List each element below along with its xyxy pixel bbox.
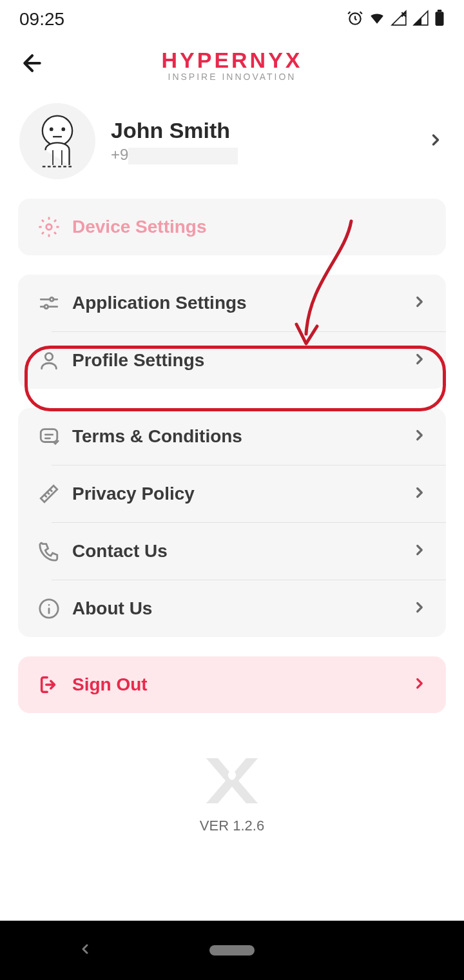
settings-card: Application Settings Profile Settings <box>18 275 446 389</box>
privacy-item[interactable]: Privacy Policy <box>52 465 446 522</box>
chevron-right-icon <box>411 484 428 504</box>
ruler-icon <box>36 481 62 507</box>
person-icon <box>36 348 62 373</box>
wifi-icon <box>369 10 385 29</box>
brand-subtitle: INSPIRE INNOVATION <box>161 72 302 82</box>
version-label: VER 1.2.6 <box>0 818 464 834</box>
svg-point-5 <box>63 128 64 130</box>
application-settings-item[interactable]: Application Settings <box>18 275 446 331</box>
svg-point-8 <box>44 305 48 309</box>
status-time: 09:25 <box>19 9 64 30</box>
svg-point-6 <box>46 224 52 230</box>
contact-label: Contact Us <box>72 541 411 562</box>
info-card: Terms & Conditions Privacy Policy Contac… <box>18 408 446 637</box>
terms-item[interactable]: Terms & Conditions <box>18 408 446 465</box>
status-bar: 09:25 <box>0 0 464 39</box>
terms-label: Terms & Conditions <box>72 426 411 447</box>
chevron-right-icon <box>411 542 428 561</box>
profile-row[interactable]: John Smith +9 <box>0 90 464 199</box>
svg-point-9 <box>45 353 52 360</box>
chevron-right-icon <box>411 427 428 446</box>
document-check-icon <box>36 424 62 449</box>
svg-rect-1 <box>436 12 444 26</box>
signout-card: Sign Out <box>18 656 446 713</box>
profile-settings-item[interactable]: Profile Settings <box>52 331 446 389</box>
info-icon <box>36 596 62 622</box>
chevron-right-icon <box>411 351 428 370</box>
about-label: About Us <box>72 598 411 619</box>
svg-rect-2 <box>438 10 442 12</box>
back-button[interactable] <box>19 50 45 79</box>
app-header: HYPERNYX INSPIRE INNOVATION <box>0 39 464 90</box>
signal-icon <box>412 10 429 29</box>
svg-point-4 <box>50 128 52 130</box>
alarm-icon <box>347 10 363 29</box>
chevron-right-icon <box>411 599 428 618</box>
signout-label: Sign Out <box>72 674 411 695</box>
privacy-label: Privacy Policy <box>72 484 411 504</box>
footer-logo <box>0 752 464 812</box>
phone-icon <box>36 538 62 564</box>
device-settings-item[interactable]: Device Settings <box>18 199 446 255</box>
chevron-right-icon <box>411 293 428 313</box>
nav-home-pill[interactable] <box>209 945 255 956</box>
svg-point-3 <box>43 116 72 146</box>
chevron-right-icon <box>427 131 445 152</box>
signout-icon <box>36 672 62 698</box>
brand: HYPERNYX INSPIRE INNOVATION <box>161 48 302 82</box>
profile-name: John Smith <box>111 118 427 143</box>
gear-icon <box>36 214 62 240</box>
contact-item[interactable]: Contact Us <box>52 522 446 580</box>
svg-rect-10 <box>41 429 57 442</box>
device-settings-label: Device Settings <box>72 217 428 237</box>
battery-icon <box>434 10 445 29</box>
chevron-right-icon <box>411 675 428 694</box>
application-settings-label: Application Settings <box>72 293 411 313</box>
signout-item[interactable]: Sign Out <box>18 656 446 713</box>
signal-no-icon <box>391 10 407 29</box>
about-item[interactable]: About Us <box>52 580 446 637</box>
phone-redacted <box>128 148 238 164</box>
sliders-icon <box>36 290 62 316</box>
profile-info: John Smith +9 <box>111 118 427 164</box>
phone-prefix: +9 <box>111 146 128 163</box>
profile-phone: +9 <box>111 146 427 164</box>
device-settings-card: Device Settings <box>18 199 446 255</box>
profile-settings-label: Profile Settings <box>72 350 411 371</box>
system-nav-bar <box>0 921 464 980</box>
status-icons <box>347 10 445 29</box>
brand-title: HYPERNYX <box>161 48 302 73</box>
avatar <box>19 103 95 179</box>
svg-point-7 <box>50 298 53 302</box>
nav-back-icon[interactable] <box>77 941 93 959</box>
